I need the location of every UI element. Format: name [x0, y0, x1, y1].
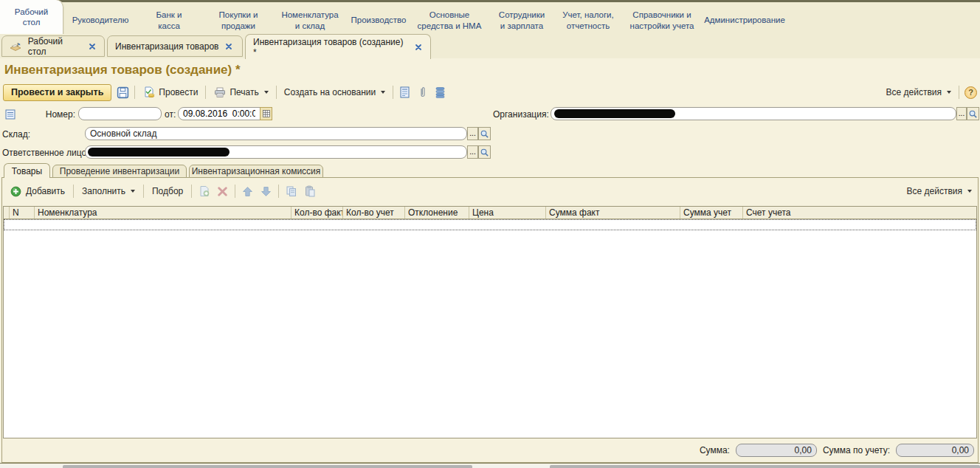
separator	[205, 86, 206, 99]
column-header-price[interactable]: Цена	[469, 207, 546, 218]
responsible-label: Ответственное лицо:	[2, 148, 89, 158]
doc-tab-inventory-list[interactable]: Инвентаризация товаров	[107, 35, 243, 57]
table-header-row: N Номенклатура Кол-во факт Кол-во учет О…	[4, 207, 976, 219]
pick-button[interactable]: Подбор	[150, 185, 185, 198]
menu-item-desktop[interactable]: Рабочийстол	[0, 0, 63, 34]
responsible-field[interactable]	[85, 145, 467, 159]
redaction-bar	[88, 148, 230, 156]
menu-item-fixed-assets[interactable]: Основныесредства и НМА	[408, 4, 491, 36]
column-header-deviation[interactable]: Отклонение	[405, 207, 469, 218]
menu-item-manager[interactable]: Руководителю	[65, 4, 136, 36]
chevron-down-icon	[264, 91, 269, 94]
number-input[interactable]	[78, 107, 162, 120]
menu-item-purchases-sales[interactable]: Покупки ипродажи	[202, 4, 275, 36]
warehouse-field[interactable]: Основной склад	[85, 127, 467, 140]
save-icon[interactable]	[117, 86, 129, 99]
move-up-icon[interactable]	[241, 185, 254, 198]
desktop-strip	[0, 464, 980, 468]
taskbar-window-edge	[550, 465, 980, 468]
redaction-bar	[554, 109, 675, 118]
separator	[276, 86, 277, 99]
tab-inventory-execution[interactable]: Проведение инвентаризации	[52, 165, 187, 178]
column-header-n[interactable]: N	[10, 207, 35, 218]
calendar-icon	[263, 110, 270, 117]
close-icon[interactable]	[224, 42, 233, 51]
doc-tab-inventory-new[interactable]: Инвентаризация товаров (создание) *	[245, 34, 431, 59]
menu-item-bank-cash[interactable]: Банк икасса	[136, 4, 202, 36]
all-actions-button[interactable]: Все действия	[884, 86, 953, 99]
delete-row-icon[interactable]	[216, 185, 229, 198]
page-title: Инвентаризация товаров (создание) *	[4, 63, 241, 78]
menu-item-production[interactable]: Производство	[345, 4, 412, 36]
chevron-down-icon	[131, 190, 135, 193]
post-and-close-button[interactable]: Провести и закрыть	[3, 84, 111, 101]
table-body-empty	[4, 230, 976, 424]
sum-account-value-field: 0,00	[896, 444, 974, 457]
column-header-qty-account[interactable]: Кол-во учет	[343, 207, 405, 218]
related-documents-icon[interactable]	[398, 86, 411, 99]
taskbar-window-edge	[63, 465, 472, 468]
responsible-search-button[interactable]	[478, 145, 491, 159]
close-icon[interactable]	[88, 42, 97, 51]
tab-inventory-commission[interactable]: Инвентаризационная комиссия	[189, 165, 323, 178]
move-down-icon[interactable]	[260, 185, 272, 198]
calendar-button[interactable]	[260, 107, 272, 120]
date-input[interactable]	[178, 107, 260, 120]
print-button[interactable]: Печать	[211, 85, 270, 100]
grid-all-actions-button[interactable]: Все действия	[905, 185, 974, 198]
chevron-down-icon	[947, 91, 951, 94]
organization-select-button[interactable]: ...	[956, 107, 967, 120]
add-copy-row-icon[interactable]	[198, 185, 210, 198]
copy-icon[interactable]	[285, 185, 297, 198]
column-header-qty-fact[interactable]: Кол-во факт	[291, 207, 343, 218]
menu-item-employees-salary[interactable]: Сотрудникии зарплата	[491, 4, 553, 36]
column-header-sum-account[interactable]: Сумма учет	[680, 207, 743, 218]
doc-tab-desktop[interactable]: Рабочий стол	[1, 35, 105, 57]
add-icon	[10, 185, 22, 198]
close-icon[interactable]	[414, 43, 423, 52]
doc-tab-label: Инвентаризация товаров	[115, 41, 218, 52]
section-menubar: Руководителю Банк икасса Покупки ипродаж…	[0, 2, 980, 34]
menu-item-administration[interactable]: Администрирование	[701, 4, 788, 36]
row-selector-gutter[interactable]	[4, 207, 10, 218]
main-toolbar: Провести и закрыть Провести Печать Созда…	[3, 83, 977, 102]
column-header-account[interactable]: Счет учета	[743, 207, 976, 218]
printer-icon	[213, 86, 226, 99]
table-focused-empty-row[interactable]	[4, 219, 976, 230]
organization-label: Организация:	[493, 109, 549, 120]
paste-icon[interactable]	[303, 185, 316, 198]
date-label: от:	[165, 109, 176, 120]
create-based-on-button[interactable]: Создать на основании	[282, 86, 388, 99]
warehouse-label: Склад:	[2, 129, 30, 140]
separator	[959, 86, 959, 99]
structure-icon[interactable]	[434, 86, 446, 99]
menu-item-nomenclature-warehouse[interactable]: Номенклатураи склад	[275, 4, 345, 36]
organization-search-button[interactable]	[967, 107, 979, 120]
help-button[interactable]: ?	[965, 86, 977, 99]
doc-tab-label: Рабочий стол	[28, 36, 83, 57]
column-header-nomenclature[interactable]: Номенклатура	[35, 207, 291, 218]
menu-item-accounting-taxes[interactable]: Учет, налоги,отчетность	[553, 4, 624, 36]
column-header-sum-fact[interactable]: Сумма факт	[546, 207, 680, 218]
responsible-select-button[interactable]: ...	[467, 145, 478, 159]
separator	[393, 86, 393, 99]
totals-footer: Сумма: 0,00 Сумма по учету: 0,00	[3, 440, 977, 461]
add-row-button[interactable]: Добавить	[7, 184, 67, 199]
warehouse-select-button[interactable]: ...	[467, 127, 478, 140]
tab-goods[interactable]: Товары	[4, 163, 50, 178]
paperclip-icon[interactable]	[416, 86, 429, 99]
post-button[interactable]: Провести	[140, 85, 200, 100]
sum-label: Сумма:	[700, 445, 730, 455]
number-label: Номер:	[22, 109, 75, 120]
menu-item-references-settings[interactable]: Справочники инастройки учета	[621, 4, 703, 36]
organization-field[interactable]	[551, 107, 956, 120]
warehouse-search-button[interactable]	[478, 127, 491, 140]
doc-tab-label: Инвентаризация товаров (создание) *	[253, 37, 408, 58]
form-presentation-icon[interactable]	[4, 108, 16, 120]
warehouse-value: Основной склад	[90, 128, 156, 139]
separator	[73, 185, 74, 198]
chevron-down-icon	[967, 190, 972, 193]
separator	[134, 86, 135, 99]
separator	[235, 185, 235, 198]
fill-button[interactable]: Заполнить	[80, 185, 137, 198]
